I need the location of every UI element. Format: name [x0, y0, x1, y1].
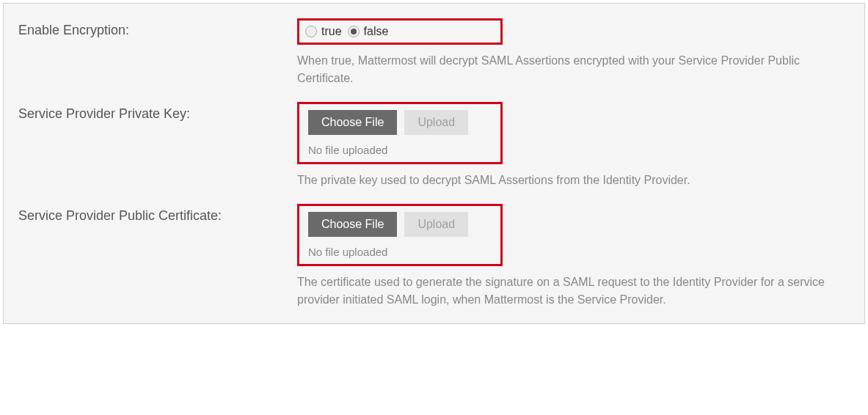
enable-encryption-help: When true, Mattermost will decrypt SAML … — [297, 52, 825, 87]
radio-icon — [348, 26, 360, 37]
public-cert-highlight: Choose File Upload No file uploaded — [297, 204, 503, 266]
private-key-upload-controls: Choose File Upload — [308, 110, 492, 135]
public-cert-help: The certificate used to generate the sig… — [297, 273, 825, 309]
public-cert-row: Service Provider Public Certificate: Cho… — [4, 189, 864, 323]
radio-true-label: true — [321, 25, 342, 38]
radio-icon — [305, 26, 317, 37]
public-cert-label: Service Provider Public Certificate: — [18, 204, 297, 224]
public-cert-upload-button[interactable]: Upload — [404, 212, 468, 237]
private-key-upload-button[interactable]: Upload — [404, 110, 468, 135]
enable-encryption-label: Enable Encryption: — [18, 18, 297, 38]
private-key-row: Service Provider Private Key: Choose Fil… — [4, 87, 864, 189]
private-key-highlight: Choose File Upload No file uploaded — [297, 102, 503, 164]
public-cert-choose-button[interactable]: Choose File — [308, 212, 397, 237]
public-cert-upload-controls: Choose File Upload — [308, 212, 492, 237]
private-key-help: The private key used to decrypt SAML Ass… — [297, 172, 825, 189]
enable-encryption-highlight: true false — [297, 18, 503, 45]
settings-panel: Enable Encryption: true false When true,… — [3, 3, 865, 324]
public-cert-status: No file uploaded — [308, 246, 492, 258]
private-key-status: No file uploaded — [308, 144, 492, 156]
private-key-choose-button[interactable]: Choose File — [308, 110, 397, 135]
enable-encryption-true[interactable]: true — [305, 25, 342, 38]
enable-encryption-row: Enable Encryption: true false When true,… — [4, 4, 864, 87]
enable-encryption-false[interactable]: false — [348, 25, 389, 38]
enable-encryption-radio-group: true false — [305, 25, 489, 38]
radio-false-label: false — [364, 25, 389, 38]
private-key-label: Service Provider Private Key: — [18, 102, 297, 122]
